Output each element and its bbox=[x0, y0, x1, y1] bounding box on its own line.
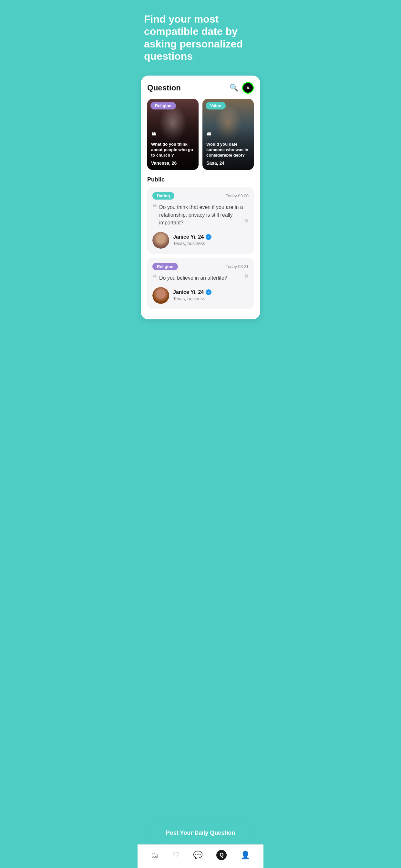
public-question-card-2[interactable]: Religion Today 03:21 ❝ Do you believe in… bbox=[147, 258, 254, 309]
hero-section: Find your most compatible date by asking… bbox=[137, 0, 264, 75]
question-cards-row: Religion ❝ What do you think about peopl… bbox=[147, 99, 254, 170]
hero-title: Find your most compatible date by asking… bbox=[144, 13, 257, 63]
public-question-text-2: Do you believe in an afterlife? bbox=[159, 274, 244, 282]
user-location-2: Texas, business bbox=[173, 296, 205, 301]
header-icons: 🔍 18+ bbox=[229, 82, 254, 94]
user-info-1: Janice Yi, 24 ✓ Texas, business bbox=[152, 232, 249, 249]
public-card-header-2: Religion Today 03:21 bbox=[152, 263, 249, 270]
question-body-1: ❝ Do you think that even if you are in a… bbox=[152, 204, 249, 227]
card-content-2: ❝ Would you date someone who was in cons… bbox=[203, 128, 254, 170]
featured-card-2[interactable]: Value ❝ Would you date someone who was i… bbox=[203, 99, 254, 170]
public-section-label: Public bbox=[147, 176, 254, 183]
user-name-row-1: Janice Yi, 24 ✓ bbox=[173, 234, 249, 240]
public-question-card-1[interactable]: Dating Today 03:00 ❝ Do you think that e… bbox=[147, 187, 254, 254]
verified-badge-1: ✓ bbox=[206, 234, 212, 240]
user-details-2: Janice Yi, 24 ✓ Texas, business bbox=[173, 289, 249, 302]
public-category-2: Religion bbox=[152, 263, 178, 270]
timestamp-2: Today 03:21 bbox=[226, 264, 249, 269]
search-button[interactable]: 🔍 bbox=[229, 84, 238, 92]
user-name-2: Janice Yi, 24 bbox=[173, 289, 204, 295]
avatar-2 bbox=[152, 287, 169, 304]
quote-icon-2: ❝ bbox=[206, 131, 250, 141]
public-question-text-1: Do you think that even if you are in a r… bbox=[159, 204, 244, 227]
quote-left-2: ❝ bbox=[152, 274, 157, 282]
card-content-1: ❝ What do you think about people who go … bbox=[147, 128, 198, 170]
user-details-1: Janice Yi, 24 ✓ Texas, business bbox=[173, 234, 249, 246]
question-body-2: ❝ Do you believe in an afterlife? ❞ bbox=[152, 274, 249, 282]
category-pill-2: Value bbox=[206, 102, 226, 110]
card-title: Question bbox=[147, 83, 181, 92]
public-category-1: Dating bbox=[152, 192, 174, 199]
quote-left-1: ❝ bbox=[152, 204, 157, 211]
user-name-1: Janice Yi, 24 bbox=[173, 234, 204, 240]
public-card-header-1: Dating Today 03:00 bbox=[152, 192, 249, 199]
user-location-1: Texas, business bbox=[173, 241, 205, 246]
age-badge: 18+ bbox=[242, 82, 254, 94]
question-text-2: Would you date someone who was in consid… bbox=[206, 142, 250, 158]
category-pill-1: Religion bbox=[150, 102, 176, 110]
quote-icon-1: ❝ bbox=[151, 131, 195, 141]
avatar-1 bbox=[152, 232, 169, 249]
verified-badge-2: ✓ bbox=[206, 289, 212, 295]
timestamp-1: Today 03:00 bbox=[226, 193, 249, 198]
main-card: Question 🔍 18+ Religion ❝ bbox=[141, 75, 260, 319]
quote-right-1: ❞ bbox=[244, 219, 249, 227]
user-info-2: Janice Yi, 24 ✓ Texas, business bbox=[152, 287, 249, 304]
user-name-row-2: Janice Yi, 24 ✓ bbox=[173, 289, 249, 295]
card-header: Question 🔍 18+ bbox=[147, 82, 254, 94]
search-icon: 🔍 bbox=[229, 84, 238, 92]
quote-right-2: ❞ bbox=[244, 274, 249, 282]
person-name-2: Sasa, 24 bbox=[206, 160, 224, 166]
person-name-1: Vanessa, 26 bbox=[151, 160, 177, 166]
featured-card-1[interactable]: Religion ❝ What do you think about peopl… bbox=[147, 99, 198, 170]
question-text-1: What do you think about people who go to… bbox=[151, 142, 195, 158]
